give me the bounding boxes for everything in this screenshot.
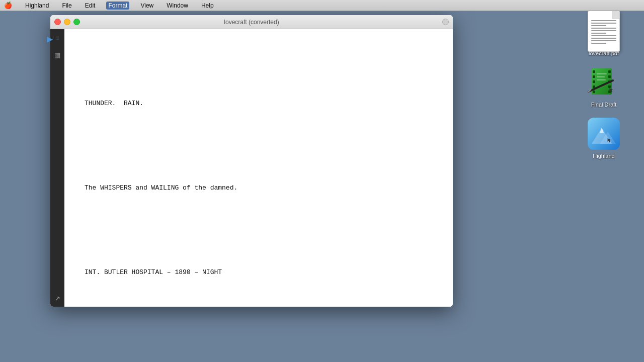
window-body: ≡ ▦ ↗ THUNDER. RAIN. The WHISPERS and WA… (50, 29, 453, 307)
sidebar-hamburger-icon[interactable]: ≡ (53, 33, 62, 42)
pdf-line-6 (591, 33, 606, 34)
pdf-line-5 (591, 30, 616, 31)
close-button[interactable] (54, 19, 61, 25)
highland-icon-image (588, 118, 620, 150)
scene-heading: INT. BUTLER HOSPITAL – 1890 – NIGHT (85, 248, 433, 297)
pdf-line-4 (591, 28, 616, 29)
pdf-lines (588, 11, 619, 47)
svg-rect-8 (608, 75, 611, 78)
final-draft-icon-image (588, 66, 620, 99)
highland-svg (588, 118, 620, 150)
desktop-icon-final-draft[interactable]: Final Draft (584, 66, 624, 108)
svg-rect-13 (597, 76, 605, 77)
final-draft-svg (588, 66, 620, 99)
script-content[interactable]: THUNDER. RAIN. The WHISPERS and WAILING … (64, 29, 453, 307)
thunder-line: THUNDER. RAIN. (85, 99, 433, 109)
main-window: lovecraft (converted) ≡ ▦ ↗ THUNDER. RAI… (50, 15, 453, 307)
pdf-document (588, 11, 620, 52)
sidebar: ≡ ▦ ↗ (50, 29, 64, 307)
pdf-line-1 (591, 20, 616, 21)
pdf-line-10 (591, 43, 606, 44)
minimize-button[interactable] (64, 19, 70, 25)
scene-heading-text: INT. BUTLER HOSPITAL – 1890 – NIGHT (85, 267, 433, 278)
menubar: 🍎 Highland File Edit Format View Window … (0, 0, 644, 11)
script-text: THUNDER. RAIN. The WHISPERS and WAILING … (85, 49, 433, 307)
desktop-icons: lovecraft.pdf (584, 15, 624, 159)
menubar-highland[interactable]: Highland (23, 2, 51, 10)
svg-rect-3 (593, 75, 595, 78)
svg-rect-4 (593, 80, 595, 83)
svg-rect-12 (597, 73, 607, 74)
maximize-button[interactable] (73, 19, 80, 25)
svg-rect-6 (593, 90, 595, 93)
highland-label: Highland (593, 153, 614, 159)
final-draft-label: Final Draft (591, 102, 617, 108)
pdf-line-9 (591, 40, 616, 41)
titlebar: lovecraft (converted) (50, 15, 453, 29)
pdf-line-8 (591, 38, 616, 39)
menubar-file[interactable]: File (60, 2, 73, 10)
menubar-help[interactable]: Help (199, 2, 216, 10)
whispers-line: The WHISPERS and WAILING of the damned. (85, 183, 433, 193)
pdf-line-7 (591, 35, 616, 36)
menubar-window[interactable]: Window (165, 2, 190, 10)
fullscreen-button[interactable] (442, 19, 449, 25)
sidebar-arrow-indicator: ▶ (47, 34, 53, 44)
pdf-line-3 (591, 25, 606, 26)
menubar-view[interactable]: View (138, 2, 155, 10)
pdf-icon-image (588, 15, 620, 47)
menubar-edit[interactable]: Edit (83, 2, 98, 10)
action-whispers: The WHISPERS and WAILING of the damned. (85, 163, 433, 213)
desktop-icon-pdf[interactable]: lovecraft.pdf (584, 15, 624, 56)
sidebar-export-icon[interactable]: ↗ (53, 294, 62, 303)
svg-rect-14 (597, 79, 606, 80)
svg-rect-10 (608, 85, 611, 88)
action-thunder: THUNDER. RAIN. (85, 79, 433, 128)
window-title: lovecraft (converted) (224, 19, 279, 26)
apple-menu[interactable]: 🍎 (4, 2, 12, 9)
svg-rect-2 (593, 70, 595, 73)
svg-rect-7 (608, 70, 611, 73)
traffic-lights (54, 19, 80, 25)
menubar-format[interactable]: Format (106, 2, 129, 10)
sidebar-grid-icon[interactable]: ▦ (53, 50, 62, 59)
pdf-line-2 (591, 23, 616, 24)
desktop-icon-highland[interactable]: Highland (584, 118, 624, 159)
